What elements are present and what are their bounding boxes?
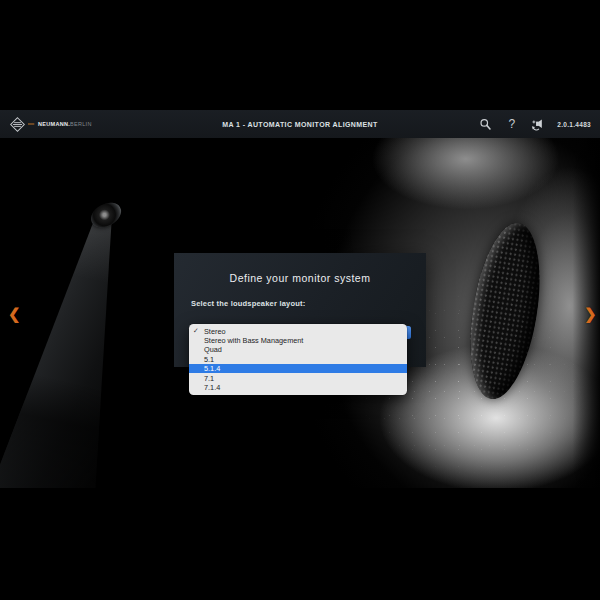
firmware-update-icon[interactable] <box>531 118 544 131</box>
menu-item-5-1[interactable]: 5.1 <box>189 355 407 364</box>
menu-item-stereo[interactable]: ✓Stereo <box>189 327 407 336</box>
carousel-next-icon[interactable]: ❯ <box>584 306 597 321</box>
menu-item-label: Quad <box>204 345 222 354</box>
checkmark-icon: ✓ <box>193 327 202 335</box>
search-icon[interactable] <box>479 118 492 131</box>
menu-item-quad[interactable]: Quad <box>189 345 407 354</box>
microphone-body <box>0 210 140 488</box>
menu-item-7-1-4[interactable]: 7.1.4 <box>189 383 407 392</box>
header-bar: NEUMANN.BERLIN MA 1 - AUTOMATIC MONITOR … <box>0 110 600 138</box>
help-glyph: ? <box>508 118 515 130</box>
carousel-prev-icon[interactable]: ❮ <box>8 306 21 321</box>
app: { "header": { "brand": { "name": "NEUMAN… <box>0 0 600 600</box>
dialog-title: Define your monitor system <box>174 272 426 284</box>
menu-item-label: 5.1 <box>204 355 214 364</box>
menu-item-label: 7.1.4 <box>204 383 220 392</box>
layout-select-label: Select the loudspeaker layout: <box>191 299 426 308</box>
help-icon[interactable]: ? <box>505 118 518 131</box>
menu-item-5-1-4[interactable]: 5.1.4 <box>189 364 407 373</box>
menu-item-stereo-with-bass-management[interactable]: Stereo with Bass Management <box>189 336 407 345</box>
menu-item-label: 7.1 <box>204 374 214 383</box>
menu-item-7-1[interactable]: 7.1 <box>189 373 407 382</box>
layout-menu: ✓StereoStereo with Bass ManagementQuad5.… <box>189 324 407 395</box>
menu-item-label: Stereo <box>204 327 226 336</box>
version-label: 2.0.1.4483 <box>557 121 591 128</box>
menu-item-label: Stereo with Bass Management <box>204 336 303 345</box>
header-actions: ? 2.0.1.4483 <box>479 118 591 131</box>
menu-item-label: 5.1.4 <box>204 364 220 373</box>
